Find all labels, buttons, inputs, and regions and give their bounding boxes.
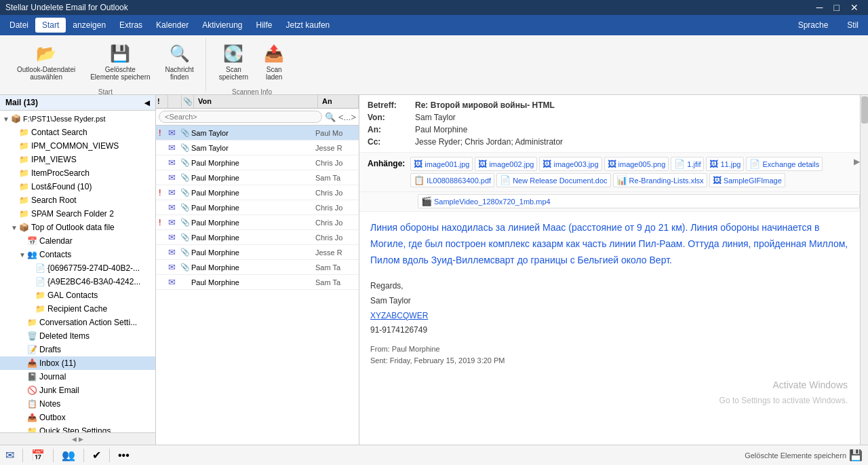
folder-item-gal[interactable]: 📁 GAL Contacts	[0, 289, 155, 302]
folder-item-notes[interactable]: 📋 Notes	[0, 397, 155, 411]
sidebar-scrollbar[interactable]: ◀ ▶	[0, 432, 155, 445]
scrollbar-thumb[interactable]	[861, 96, 868, 124]
menu-hilfe[interactable]: Hilfe	[250, 18, 279, 33]
folder-item-ipm-common[interactable]: 📁 IPM_COMMON_VIEWS	[0, 139, 155, 153]
folder-item-contact-guid2[interactable]: 📄 {A9E2BC46-B3A0-4242...	[0, 275, 155, 289]
status-save-icon[interactable]: 💾	[849, 449, 863, 462]
email-row-2[interactable]: ✉ 📎 Sam Taylor Jesse R	[156, 141, 359, 155]
email-search-input[interactable]	[159, 111, 322, 123]
folder-item-top-outlook[interactable]: ▼ 📦 Top of Outlook data file	[0, 221, 155, 234]
attach-exchange[interactable]: 📄Exchange details	[746, 157, 823, 171]
status-mail-icon[interactable]: ✉	[5, 449, 14, 462]
folder-item-conv-action[interactable]: 📁 Conversation Action Setti...	[0, 316, 155, 329]
folder-item-outbox[interactable]: 📤 Outbox	[0, 411, 155, 424]
email-row-11[interactable]: ✉ Paul Morphine Sam Ta	[156, 275, 359, 290]
email-body: Линия обороны находилась за линией Маас …	[359, 212, 868, 445]
status-more-icon[interactable]: •••	[118, 449, 130, 462]
maximize-button[interactable]: □	[830, 2, 844, 13]
ribbon-buttons-scan: 💽 Scanspeichern 📤 Scanladen	[213, 41, 291, 84]
folder-item-drafts[interactable]: 📝 Drafts	[0, 343, 155, 356]
folder-item-deleted-items[interactable]: 🗑️ Deleted Items	[0, 329, 155, 343]
scan-laden-button[interactable]: 📤 Scanladen	[257, 41, 291, 84]
menu-datei[interactable]: Datei	[3, 18, 35, 33]
minimize-button[interactable]: ─	[812, 2, 827, 13]
folder-item-contacts[interactable]: ▼ 👥 Contacts	[0, 248, 155, 261]
menu-anzeigen[interactable]: anzeigen	[66, 18, 113, 33]
search-icon[interactable]: 🔍	[325, 112, 336, 122]
detail-scrollbar[interactable]	[860, 95, 868, 445]
folder-item-ipm-views[interactable]: 📁 IPM_VIEWS	[0, 153, 155, 166]
nachricht-finden-button[interactable]: 🔍 Nachrichtfinden	[159, 41, 200, 84]
spam-label: SPAM Search Folder 2	[31, 209, 114, 219]
folder-item-junk[interactable]: 🚫 Junk Email	[0, 384, 155, 397]
attach-img2[interactable]: 🖼image002.jpg	[475, 157, 537, 171]
row11-from: Paul Morphine	[191, 278, 315, 286]
folder-item-calendar[interactable]: 📅 Calendar	[0, 234, 155, 248]
row3-from: Paul Morphine	[191, 159, 315, 167]
row5-from: Paul Morphine	[191, 189, 315, 197]
col-excl-header[interactable]: !	[156, 95, 168, 108]
attach-img1[interactable]: 🖼image001.jpg	[410, 157, 473, 171]
menu-aktivierung[interactable]: Aktivierung	[195, 18, 249, 33]
email-row-10[interactable]: ✉ 📎 Paul Morphine Sam Ta	[156, 260, 359, 275]
attach-gif[interactable]: 🖼SampleGIFImage	[709, 173, 785, 187]
sidebar-collapse-icon[interactable]: ◀	[144, 99, 150, 107]
attach-xlsx[interactable]: 📊Re-Branding-Lists.xlsx	[613, 173, 707, 187]
sidebar: Mail (13) ◀ ▼ 📦 F:\PST1\Jesse Ryder.pst …	[0, 95, 156, 445]
menu-sprache[interactable]: Sprache	[791, 18, 835, 33]
attach-img3[interactable]: 🖼image003.jpg	[539, 157, 601, 171]
folder-item-spam[interactable]: 📁 SPAM Search Folder 2	[0, 207, 155, 221]
menu-start[interactable]: Start	[35, 18, 66, 33]
email-body-cyrillic-text: Линия обороны находилась за линией Маас …	[370, 220, 857, 268]
menu-stil[interactable]: Stil	[840, 18, 865, 33]
email-row-4[interactable]: ✉ 📎 Paul Morphine Sam Ta	[156, 170, 359, 185]
menu-jetzt-kaufen[interactable]: Jetzt kaufen	[279, 18, 337, 33]
status-bar: ✉ 📅 👥 ✔ ••• Gelöschte Elemente speichern…	[0, 445, 868, 465]
folder-item-pst-root[interactable]: ▼ 📦 F:\PST1\Jesse Ryder.pst	[0, 112, 155, 126]
col-from-header[interactable]: Von	[194, 95, 318, 108]
attach-pdf[interactable]: 📋IL00808863400.pdf	[410, 173, 494, 187]
email-row-9[interactable]: ✉ 📎 Paul Morphine Jesse R	[156, 245, 359, 260]
row10-type-icon: ✉	[168, 262, 180, 272]
folder-item-search-root[interactable]: 📁 Search Root	[0, 193, 155, 207]
folder-item-itemproc[interactable]: 📁 ItemProcSearch	[0, 166, 155, 180]
geloschte-elemente-button[interactable]: 💾 GelöschteElemente speichern	[84, 41, 156, 84]
status-calendar-icon[interactable]: 📅	[31, 449, 45, 462]
folder-item-journal[interactable]: 📓 Journal	[0, 370, 155, 384]
col-attach-header[interactable]: 📎	[182, 95, 194, 108]
status-contacts-icon[interactable]: 👥	[62, 449, 75, 462]
email-row-3[interactable]: ✉ 📎 Paul Morphine Chris Jo	[156, 155, 359, 170]
menu-kalender[interactable]: Kalender	[149, 18, 195, 33]
col-type-header[interactable]	[168, 95, 182, 108]
folder-item-contact-guid1[interactable]: 📄 {06967759-274D-40B2-...	[0, 261, 155, 275]
save-icon: 💾	[110, 44, 130, 63]
attach-newrel[interactable]: 📄New Release Document.doc	[496, 173, 610, 187]
attachments-scroll-right[interactable]: ▶	[854, 157, 860, 166]
close-button[interactable]: ✕	[846, 2, 863, 13]
menu-extras[interactable]: Extras	[113, 18, 149, 33]
attach-jfif[interactable]: 📄1.jfif	[671, 157, 704, 171]
email-row-1[interactable]: ! ✉ 📎 Sam Taylor Paul Mo	[156, 126, 359, 141]
email-row-6[interactable]: ✉ 📎 Paul Morphine Chris Jo	[156, 200, 359, 215]
folder-item-inbox[interactable]: 📥 Inbox (11)	[0, 356, 155, 370]
col-to-header[interactable]: An	[318, 95, 359, 108]
row11-excl	[159, 277, 168, 287]
attach-video[interactable]: 🎬SampleVideo_1280x720_1mb.mp4	[418, 194, 860, 208]
folder-item-contact-search[interactable]: 📁 Contact Search	[0, 126, 155, 139]
row11-attach-icon	[180, 278, 191, 286]
scan-speichern-button[interactable]: 💽 Scanspeichern	[213, 41, 254, 84]
outlook-datendatei-button[interactable]: 📂 Outlook-Datendateiauswählen	[11, 41, 81, 84]
attach-11jpg[interactable]: 🖼11.jpg	[706, 157, 744, 171]
email-row-8[interactable]: ✉ 📎 Paul Morphine Chris Jo	[156, 230, 359, 245]
email-row-5[interactable]: ! ✉ 📎 Paul Morphine Chris Jo	[156, 185, 359, 200]
row10-to: Sam Ta	[315, 263, 356, 272]
email-link[interactable]: XYZABCQWER	[370, 309, 857, 324]
attach-img5[interactable]: 🖼image005.png	[604, 157, 669, 171]
folder-item-lost-found[interactable]: 📁 Lost&Found (10)	[0, 180, 155, 193]
status-tasks-icon[interactable]: ✔	[92, 449, 101, 462]
folder-item-recipient-cache[interactable]: 📁 Recipient Cache	[0, 302, 155, 316]
email-row-7[interactable]: ! ✉ 📎 Paul Morphine Chris Jo	[156, 215, 359, 230]
search-filter-icon[interactable]: <...>	[338, 112, 356, 122]
itemproc-label: ItemProcSearch	[31, 168, 90, 178]
attachments-section: Anhänge: 🖼image001.jpg 🖼image002.jpg 🖼im…	[359, 153, 868, 192]
